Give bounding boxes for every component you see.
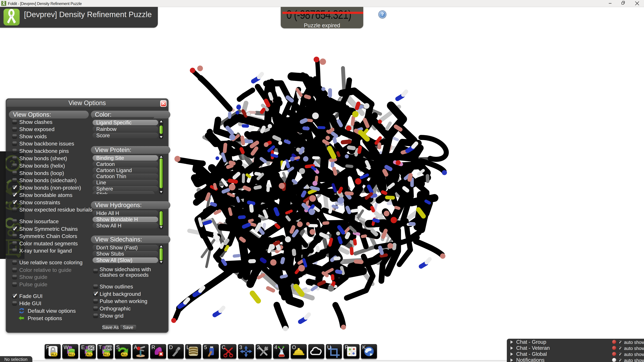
- svg-text:BB: BB: [106, 346, 112, 351]
- svg-text:SC: SC: [88, 346, 94, 351]
